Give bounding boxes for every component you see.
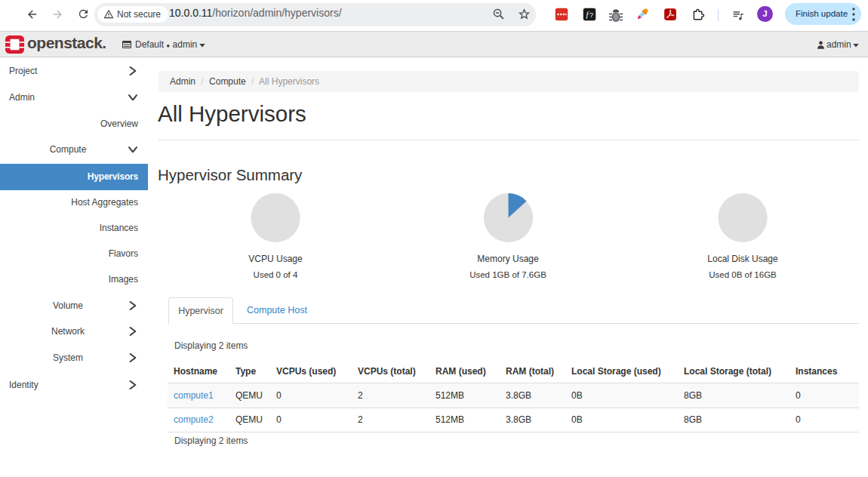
svg-text:?: ? (589, 11, 593, 19)
